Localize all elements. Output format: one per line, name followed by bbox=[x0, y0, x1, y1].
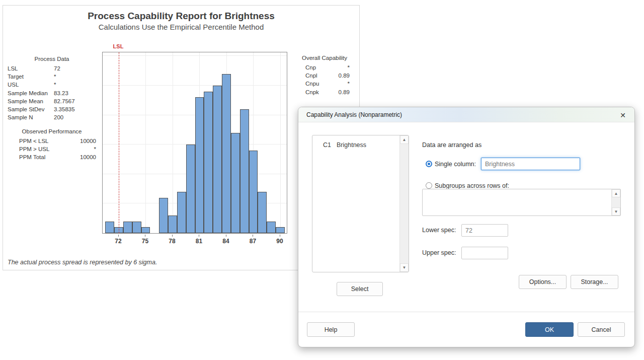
stat-row: PPM Total10000 bbox=[8, 153, 96, 161]
process-data-panel: Process Data LSL72Target*USL*Sample Medi… bbox=[8, 55, 96, 121]
stat-label: Sample Mean bbox=[8, 97, 54, 105]
stat-row: Sample N200 bbox=[8, 113, 96, 121]
histogram-bar bbox=[267, 222, 276, 233]
histogram-plot bbox=[102, 52, 287, 234]
columns-listbox[interactable]: C1Brightness ▲ ▼ bbox=[312, 135, 409, 272]
x-axis-tick bbox=[199, 235, 199, 237]
select-button[interactable]: Select bbox=[337, 282, 383, 296]
listbox-scrollbar[interactable]: ▲ ▼ bbox=[399, 135, 409, 272]
histogram-bar bbox=[258, 192, 267, 233]
stat-row: Cnpu* bbox=[299, 80, 350, 88]
stat-row: Sample Mean82.7567 bbox=[8, 97, 96, 105]
x-axis-tick bbox=[118, 235, 119, 237]
stat-value: * bbox=[94, 145, 96, 153]
stat-value: 200 bbox=[54, 113, 63, 121]
histogram-bar bbox=[231, 133, 240, 233]
stat-label: USL bbox=[8, 81, 54, 89]
histogram-bar bbox=[132, 222, 141, 233]
gridline bbox=[145, 52, 146, 233]
stat-label: PPM Total bbox=[19, 153, 45, 161]
stat-label: LSL bbox=[8, 64, 54, 73]
stat-value: * bbox=[348, 63, 350, 71]
x-tick-label: 78 bbox=[169, 238, 175, 245]
histogram-x-axis: 72757881848790 bbox=[102, 235, 287, 248]
single-column-label[interactable]: Single column: bbox=[435, 161, 476, 168]
histogram-bar bbox=[177, 192, 186, 233]
process-data-rows: LSL72Target*USL*Sample Median83.23Sample… bbox=[8, 64, 96, 121]
options-button[interactable]: Options... bbox=[519, 275, 567, 289]
stat-row: PPM < LSL10000 bbox=[8, 137, 96, 145]
stat-row: LSL72 bbox=[8, 64, 96, 73]
histogram-bar bbox=[105, 222, 114, 233]
histogram-bar bbox=[141, 227, 150, 233]
desktop: Process Capability Report for Brightness… bbox=[0, 0, 644, 360]
histogram-bar bbox=[249, 151, 258, 233]
stat-label: Target bbox=[8, 73, 54, 81]
histogram-bar bbox=[159, 198, 168, 233]
observed-performance-rows: PPM < LSL10000PPM > USL*PPM Total10000 bbox=[8, 137, 96, 162]
scroll-up-icon[interactable]: ▲ bbox=[612, 189, 620, 197]
subgroups-textarea[interactable]: ▲ ▼ bbox=[422, 189, 621, 216]
storage-button[interactable]: Storage... bbox=[571, 275, 618, 289]
stat-value: 3.35835 bbox=[54, 105, 75, 113]
stat-row: Target* bbox=[8, 73, 96, 81]
histogram-bar bbox=[204, 92, 213, 233]
stat-row: Cnpk0.89 bbox=[299, 88, 350, 96]
column-id: C1 bbox=[323, 141, 337, 149]
stat-label: Cnp bbox=[305, 63, 316, 71]
textarea-scrollbar[interactable]: ▲ ▼ bbox=[611, 189, 620, 215]
histogram-bar bbox=[168, 215, 177, 233]
overall-capability-heading: Overall Capability bbox=[299, 54, 350, 62]
subgroups-radio[interactable] bbox=[426, 182, 432, 189]
gridline bbox=[103, 55, 287, 56]
stat-value: * bbox=[54, 73, 56, 81]
histogram-bar bbox=[123, 222, 132, 233]
stat-value: 0.89 bbox=[339, 88, 350, 96]
overall-capability-rows: Cnp*Cnpl0.89Cnpu*Cnpk0.89 bbox=[299, 63, 350, 96]
stat-value: 10000 bbox=[80, 153, 96, 161]
dialog-titlebar[interactable]: Capability Analysis (Nonparametric) ✕ bbox=[298, 107, 634, 122]
stat-value: 0.89 bbox=[339, 71, 350, 80]
stat-value: * bbox=[54, 81, 56, 89]
report-subtitle: Calculations Use the Empirical Percentil… bbox=[3, 23, 359, 31]
report-footnote: The actual process spread is represented… bbox=[8, 259, 157, 266]
stat-label: PPM < LSL bbox=[19, 137, 49, 145]
gridline bbox=[280, 52, 281, 233]
scroll-down-icon[interactable]: ▼ bbox=[400, 263, 409, 272]
list-item[interactable]: C1Brightness bbox=[312, 135, 409, 149]
single-column-radio[interactable] bbox=[426, 161, 432, 167]
stat-value: * bbox=[348, 80, 350, 88]
dialog-title: Capability Analysis (Nonparametric) bbox=[306, 111, 402, 118]
ok-button[interactable]: OK bbox=[525, 322, 574, 337]
stat-label: Cnpu bbox=[305, 80, 319, 88]
gridline bbox=[103, 85, 287, 86]
stat-label: Sample N bbox=[8, 113, 54, 121]
stat-label: Cnpk bbox=[305, 88, 319, 96]
scroll-up-icon[interactable]: ▲ bbox=[400, 135, 409, 144]
x-axis-tick bbox=[280, 235, 280, 237]
histogram-bar bbox=[186, 145, 195, 233]
single-column-input[interactable] bbox=[481, 158, 580, 170]
cancel-button[interactable]: Cancel bbox=[578, 322, 625, 337]
stat-row: Cnp* bbox=[299, 63, 350, 71]
histogram-bar bbox=[240, 109, 249, 233]
report-title: Process Capability Report for Brightness bbox=[3, 11, 359, 22]
histogram-bar bbox=[222, 74, 231, 233]
stat-label: Cnpl bbox=[305, 71, 317, 80]
stat-value: 10000 bbox=[80, 137, 96, 145]
observed-performance-panel: Observed Performance PPM < LSL10000PPM >… bbox=[8, 127, 96, 162]
x-tick-label: 90 bbox=[276, 238, 283, 245]
close-icon[interactable]: ✕ bbox=[617, 110, 628, 121]
stat-row: Cnpl0.89 bbox=[299, 71, 350, 80]
x-axis-tick bbox=[145, 235, 145, 237]
scroll-down-icon[interactable]: ▼ bbox=[612, 207, 620, 215]
subgroups-label[interactable]: Subgroups across rows of: bbox=[435, 182, 509, 189]
histogram-bar bbox=[195, 97, 204, 233]
capability-analysis-dialog: Capability Analysis (Nonparametric) ✕ C1… bbox=[298, 107, 635, 347]
gridline bbox=[173, 52, 173, 233]
x-axis-tick bbox=[226, 235, 226, 237]
help-button[interactable]: Help bbox=[307, 322, 355, 337]
lower-spec-input[interactable] bbox=[461, 224, 508, 237]
upper-spec-input[interactable] bbox=[461, 247, 508, 259]
x-tick-label: 84 bbox=[222, 238, 229, 245]
